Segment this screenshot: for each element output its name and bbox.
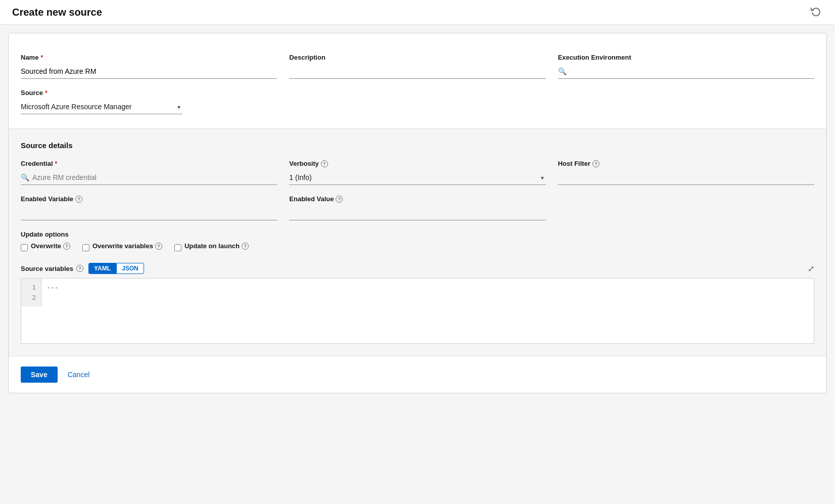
source-label: Source * [21,89,182,97]
cancel-button[interactable]: Cancel [66,366,92,383]
form-container: Name * Description Execution Environment… [8,33,827,393]
verbosity-select-wrapper: 0 (Warning) 1 (Info) 2 (Debug) 3 (Verbos… [289,170,545,185]
basic-info-section: Name * Description Execution Environment… [9,33,826,129]
name-group: Name * [21,54,277,79]
source-row: Source * Microsoft Azure Resource Manage… [21,89,814,114]
host-filter-help-icon[interactable]: ? [592,160,599,167]
line-number-1: 1 [26,283,36,293]
host-filter-input[interactable] [558,170,814,185]
enabled-value-input[interactable] [289,206,545,220]
placeholder-group [558,195,814,220]
save-button[interactable]: Save [21,366,58,383]
name-required: * [40,54,43,61]
code-editor-inner: 1 2 --- [21,279,814,307]
source-variables-section: Source variables ? YAML JSON ⤢ 1 2 [21,263,814,344]
credential-label: Credential * [21,160,277,167]
enabled-row: Enabled Variable ? Enabled Value ? [21,195,814,220]
form-actions: Save Cancel [9,356,826,393]
verbosity-help-icon[interactable]: ? [321,160,328,167]
overwrite-variables-item: Overwrite variables ? [82,242,162,253]
enabled-value-group: Enabled Value ? [289,195,545,220]
source-required: * [45,89,48,97]
expand-icon[interactable]: ⤢ [808,264,814,273]
enabled-variable-input[interactable] [21,206,277,220]
credential-group: Credential * 🔍 [21,160,277,185]
name-input[interactable] [21,64,277,79]
description-group: Description [289,54,545,79]
update-options-title: Update options [21,231,814,238]
enabled-variable-label: Enabled Variable ? [21,195,277,203]
credential-required: * [55,160,58,167]
execution-env-label: Execution Environment [558,54,814,61]
overwrite-variables-help-icon[interactable]: ? [155,243,162,250]
sv-header-row: Source variables ? YAML JSON [21,263,144,274]
update-on-launch-checkbox[interactable] [174,244,181,251]
source-group: Source * Microsoft Azure Resource Manage… [21,89,182,114]
checkboxes-row: Overwrite ? Overwrite variables ? Update… [21,242,814,253]
overwrite-variables-checkbox[interactable] [82,244,89,251]
execution-env-search-wrapper: 🔍 [558,64,814,79]
json-tab-button[interactable]: JSON [116,263,144,274]
source-select[interactable]: Microsoft Azure Resource Manager [21,100,182,114]
update-on-launch-label: Update on launch ? [184,242,249,250]
line-numbers: 1 2 [21,279,41,307]
name-label: Name * [21,54,277,61]
enabled-value-label: Enabled Value ? [289,195,545,203]
host-filter-label: Host Filter ? [558,160,814,167]
code-line-2 [47,293,809,303]
code-editor: 1 2 --- [21,278,814,344]
tab-buttons: YAML JSON [88,263,144,274]
enabled-variable-group: Enabled Variable ? [21,195,277,220]
update-on-launch-help-icon[interactable]: ? [242,243,249,250]
yaml-tab-button[interactable]: YAML [88,263,116,274]
execution-env-input[interactable] [567,66,814,76]
overwrite-help-icon[interactable]: ? [63,243,70,250]
page-header: Create new source [0,0,835,25]
verbosity-group: Verbosity ? 0 (Warning) 1 (Info) 2 (Debu… [289,160,545,185]
credential-row: Credential * 🔍 Verbosity ? 0 (Warning) 1… [21,160,814,185]
description-label: Description [289,54,545,61]
description-input[interactable] [289,64,545,79]
execution-env-group: Execution Environment 🔍 [558,54,814,79]
overwrite-checkbox-label: Overwrite ? [31,242,70,250]
credential-search-icon: 🔍 [21,173,29,181]
enabled-value-help-icon[interactable]: ? [336,196,343,203]
verbosity-label: Verbosity ? [289,160,545,167]
verbosity-select[interactable]: 0 (Warning) 1 (Info) 2 (Debug) 3 (Verbos… [289,170,545,185]
source-variables-label: Source variables ? [21,265,83,272]
history-icon[interactable] [811,6,823,18]
source-select-wrapper: Microsoft Azure Resource Manager ▾ [21,100,182,114]
update-options-section: Update options Overwrite ? Overwrite var… [21,231,814,253]
host-filter-group: Host Filter ? [558,160,814,185]
execution-env-search-icon: 🔍 [558,67,567,75]
overwrite-variables-label: Overwrite variables ? [92,242,162,250]
source-variables-header: Source variables ? YAML JSON ⤢ [21,263,814,274]
page-title: Create new source [12,7,102,18]
top-row: Name * Description Execution Environment… [21,54,814,79]
update-on-launch-item: Update on launch ? [174,242,249,253]
credential-input[interactable] [29,172,277,182]
credential-search-wrapper: 🔍 [21,170,277,185]
source-details-section: Source details Credential * 🔍 Verbosity … [9,129,826,356]
source-details-title: Source details [21,141,814,150]
source-variables-help-icon[interactable]: ? [76,265,83,272]
overwrite-item: Overwrite ? [21,242,70,253]
code-content[interactable]: --- [41,279,814,307]
overwrite-checkbox[interactable] [21,244,28,251]
line-number-2: 2 [26,293,36,303]
code-line-1: --- [47,283,809,293]
enabled-variable-help-icon[interactable]: ? [75,196,82,203]
